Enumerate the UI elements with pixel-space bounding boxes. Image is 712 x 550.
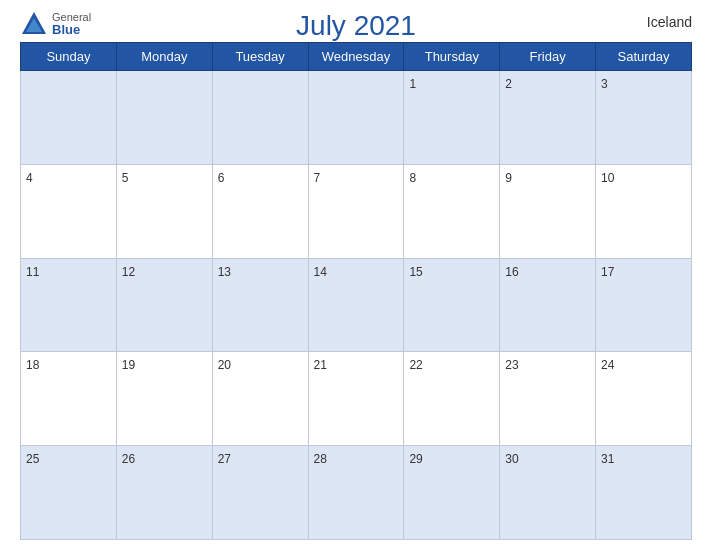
- weekday-header-wednesday: Wednesday: [308, 43, 404, 71]
- calendar-day-cell: 16: [500, 258, 596, 352]
- calendar-day-cell: 12: [116, 258, 212, 352]
- day-number: 14: [314, 265, 327, 279]
- calendar-day-cell: 7: [308, 164, 404, 258]
- calendar-day-cell: 23: [500, 352, 596, 446]
- calendar-day-cell: 18: [21, 352, 117, 446]
- calendar-day-cell: 14: [308, 258, 404, 352]
- calendar-week-row: 11121314151617: [21, 258, 692, 352]
- calendar-day-cell: [116, 71, 212, 165]
- calendar-day-cell: 21: [308, 352, 404, 446]
- day-number: 8: [409, 171, 416, 185]
- calendar-day-cell: 20: [212, 352, 308, 446]
- country-label: Iceland: [647, 14, 692, 30]
- day-number: 24: [601, 358, 614, 372]
- weekday-header-saturday: Saturday: [596, 43, 692, 71]
- calendar-day-cell: 1: [404, 71, 500, 165]
- calendar-day-cell: 25: [21, 446, 117, 540]
- calendar-day-cell: 11: [21, 258, 117, 352]
- calendar-day-cell: 27: [212, 446, 308, 540]
- calendar-header: General Blue July 2021 Iceland: [20, 10, 692, 38]
- day-number: 16: [505, 265, 518, 279]
- calendar-day-cell: 31: [596, 446, 692, 540]
- day-number: 25: [26, 452, 39, 466]
- day-number: 15: [409, 265, 422, 279]
- calendar-title: July 2021: [296, 10, 416, 42]
- calendar-day-cell: [308, 71, 404, 165]
- weekday-header-row: SundayMondayTuesdayWednesdayThursdayFrid…: [21, 43, 692, 71]
- logo: General Blue: [20, 10, 91, 38]
- day-number: 31: [601, 452, 614, 466]
- calendar-day-cell: 17: [596, 258, 692, 352]
- day-number: 6: [218, 171, 225, 185]
- calendar-day-cell: 26: [116, 446, 212, 540]
- calendar-day-cell: 15: [404, 258, 500, 352]
- calendar-day-cell: 9: [500, 164, 596, 258]
- calendar-day-cell: 10: [596, 164, 692, 258]
- calendar-day-cell: 22: [404, 352, 500, 446]
- day-number: 18: [26, 358, 39, 372]
- calendar-day-cell: 28: [308, 446, 404, 540]
- day-number: 9: [505, 171, 512, 185]
- calendar-day-cell: 30: [500, 446, 596, 540]
- day-number: 1: [409, 77, 416, 91]
- title-area: July 2021: [296, 10, 416, 42]
- weekday-header-tuesday: Tuesday: [212, 43, 308, 71]
- day-number: 10: [601, 171, 614, 185]
- weekday-header-thursday: Thursday: [404, 43, 500, 71]
- day-number: 23: [505, 358, 518, 372]
- day-number: 2: [505, 77, 512, 91]
- day-number: 13: [218, 265, 231, 279]
- day-number: 30: [505, 452, 518, 466]
- day-number: 29: [409, 452, 422, 466]
- calendar-day-cell: [21, 71, 117, 165]
- calendar-day-cell: 8: [404, 164, 500, 258]
- calendar-day-cell: [212, 71, 308, 165]
- day-number: 21: [314, 358, 327, 372]
- logo-icon: [20, 10, 48, 38]
- day-number: 22: [409, 358, 422, 372]
- day-number: 12: [122, 265, 135, 279]
- calendar-day-cell: 29: [404, 446, 500, 540]
- day-number: 3: [601, 77, 608, 91]
- calendar-day-cell: 5: [116, 164, 212, 258]
- logo-text: General Blue: [52, 12, 91, 36]
- calendar-week-row: 25262728293031: [21, 446, 692, 540]
- calendar-week-row: 18192021222324: [21, 352, 692, 446]
- calendar-week-row: 123: [21, 71, 692, 165]
- calendar-table: SundayMondayTuesdayWednesdayThursdayFrid…: [20, 42, 692, 540]
- calendar-day-cell: 13: [212, 258, 308, 352]
- calendar-week-row: 45678910: [21, 164, 692, 258]
- weekday-header-sunday: Sunday: [21, 43, 117, 71]
- weekday-header-friday: Friday: [500, 43, 596, 71]
- logo-blue-label: Blue: [52, 23, 91, 36]
- calendar-day-cell: 24: [596, 352, 692, 446]
- day-number: 11: [26, 265, 39, 279]
- calendar-day-cell: 4: [21, 164, 117, 258]
- day-number: 28: [314, 452, 327, 466]
- calendar-day-cell: 6: [212, 164, 308, 258]
- calendar-day-cell: 3: [596, 71, 692, 165]
- day-number: 20: [218, 358, 231, 372]
- day-number: 17: [601, 265, 614, 279]
- calendar-day-cell: 2: [500, 71, 596, 165]
- day-number: 5: [122, 171, 129, 185]
- day-number: 27: [218, 452, 231, 466]
- calendar-day-cell: 19: [116, 352, 212, 446]
- day-number: 4: [26, 171, 33, 185]
- day-number: 19: [122, 358, 135, 372]
- weekday-header-monday: Monday: [116, 43, 212, 71]
- day-number: 7: [314, 171, 321, 185]
- day-number: 26: [122, 452, 135, 466]
